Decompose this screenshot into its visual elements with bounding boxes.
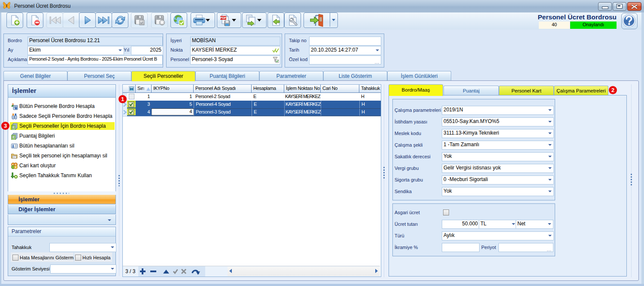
svg-text:PDF: PDF [220, 16, 227, 19]
